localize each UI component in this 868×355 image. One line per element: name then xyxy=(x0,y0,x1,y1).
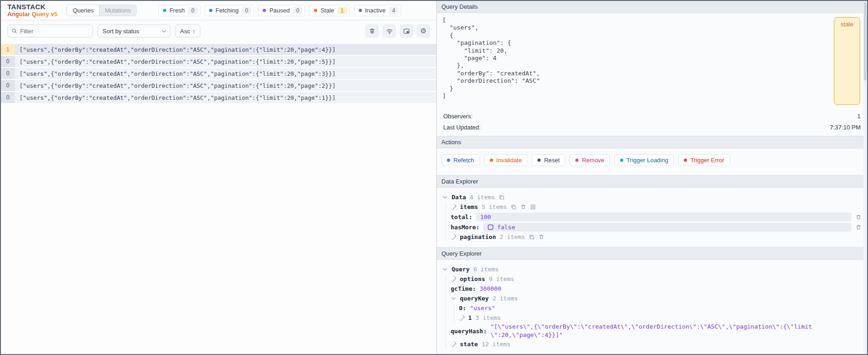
sort-select-value: Sort by status xyxy=(102,28,139,35)
data-children: items 5 items total: 100 hasMore: false xyxy=(446,202,862,242)
copy-icon[interactable] xyxy=(511,204,517,210)
list-icon[interactable] xyxy=(530,204,536,210)
paused-dot-icon xyxy=(263,9,266,12)
actions-header: Actions xyxy=(437,136,867,148)
trigger-loading-dot-icon xyxy=(620,159,623,162)
collapse-expander[interactable] xyxy=(451,298,456,299)
badge-fresh[interactable]: Fresh 0 xyxy=(158,5,200,16)
query-root-meta: 6 items xyxy=(473,266,499,273)
options-label: options xyxy=(460,275,485,282)
filter-input[interactable] xyxy=(20,28,89,35)
last-updated-label: Last Updated: xyxy=(443,123,481,132)
trigger-error-dot-icon xyxy=(684,159,687,162)
queryhash-label: queryHash: xyxy=(451,328,487,335)
observer-count-badge: 1 xyxy=(1,44,15,55)
total-value: 100 xyxy=(480,214,491,220)
scrollbar-thumb[interactable] xyxy=(864,2,867,80)
badge-paused[interactable]: Paused 0 xyxy=(258,5,305,16)
pagination-label: pagination xyxy=(460,233,496,240)
expand-expander[interactable] xyxy=(459,317,464,319)
hasmore-value-field[interactable]: false xyxy=(483,223,851,232)
expand-expander[interactable] xyxy=(451,206,456,208)
invalidate-dot-icon xyxy=(490,159,493,162)
chevron-right-icon xyxy=(451,204,457,210)
badge-stale-label: Stale xyxy=(320,7,334,14)
status-filter-badges: Fresh 0 Fetching 0 Paused 0 Stale 1 xyxy=(158,5,401,16)
expand-expander[interactable] xyxy=(451,278,456,281)
tab-queries[interactable]: Queries xyxy=(66,5,100,16)
devtools-header: TANSTACK Angular Query v5 Queries Mutati… xyxy=(1,1,436,20)
sort-order-button[interactable]: Asc ↑ xyxy=(175,24,200,37)
copy-icon[interactable] xyxy=(529,234,535,240)
observers-label: Observers: xyxy=(443,112,473,121)
remove-label: Remove xyxy=(582,157,604,164)
chevron-right-icon xyxy=(459,315,465,321)
trigger-loading-button[interactable]: Trigger Loading xyxy=(615,154,674,166)
key1-meta: 3 items xyxy=(476,314,501,321)
gctime-label: gcTime: xyxy=(451,285,476,292)
copy-icon[interactable] xyxy=(499,194,505,200)
expand-expander[interactable] xyxy=(451,236,456,239)
items-meta: 5 items xyxy=(482,203,507,210)
observer-count-badge: 0 xyxy=(1,68,15,79)
expand-expander[interactable] xyxy=(451,343,456,346)
options-row: options 9 items xyxy=(451,274,862,284)
query-key: ["users",{"orderBy":"createdAt","orderDi… xyxy=(15,68,340,79)
query-children: options 9 items gcTime: 300000 queryKey … xyxy=(446,274,862,349)
trigger-error-label: Trigger Error xyxy=(690,157,724,164)
observer-count-badge: 0 xyxy=(1,56,15,67)
refetch-button[interactable]: Refetch xyxy=(441,154,480,166)
reset-button[interactable]: Reset xyxy=(532,154,565,166)
query-row-selected[interactable]: 1 ["users",{"orderBy":"createdAt","order… xyxy=(1,44,436,56)
tab-mutations[interactable]: Mutations xyxy=(99,5,136,16)
data-root-row: Data 4 items xyxy=(442,192,862,202)
query-row[interactable]: 0 ["users",{"orderBy":"createdAt","order… xyxy=(1,92,436,104)
key1-row: 1 3 items xyxy=(459,313,862,323)
trigger-error-button[interactable]: Trigger Error xyxy=(678,154,729,166)
query-row[interactable]: 0 ["users",{"orderBy":"createdAt","order… xyxy=(1,56,436,68)
data-explorer-header: Data Explorer xyxy=(437,175,867,188)
badge-inactive-label: Inactive xyxy=(365,7,386,14)
querykey-row: queryKey 2 items xyxy=(451,294,862,303)
key0-row: 0: "users" xyxy=(459,303,862,313)
query-status-badge: stale xyxy=(834,17,860,105)
pip-mode-button[interactable] xyxy=(400,24,413,37)
options-meta: 9 items xyxy=(489,275,514,282)
invalidate-button[interactable]: Invalidate xyxy=(484,154,528,166)
query-row[interactable]: 0 ["users",{"orderBy":"createdAt","order… xyxy=(1,80,436,92)
badge-inactive-count: 4 xyxy=(389,7,398,14)
delete-item-icon[interactable] xyxy=(538,234,544,240)
filter-field[interactable] xyxy=(7,24,93,37)
collapse-expander[interactable] xyxy=(442,196,448,198)
hasmore-label: hasMore: xyxy=(451,224,480,231)
delete-field-icon[interactable] xyxy=(856,214,862,220)
actions-section: Refetch Invalidate Reset Remove Trigger … xyxy=(437,148,867,175)
observers-row: Observers: 1 xyxy=(442,111,862,122)
query-details-section: [ "users", { "pagination": { "limit": 20… xyxy=(437,13,867,136)
checkbox-unchecked-icon[interactable] xyxy=(488,224,494,230)
query-key: ["users",{"orderBy":"createdAt","orderDi… xyxy=(15,56,340,67)
offline-mode-button[interactable] xyxy=(383,24,396,37)
badge-fetching[interactable]: Fetching 0 xyxy=(205,5,254,16)
chevron-down-icon xyxy=(452,296,455,300)
remove-button[interactable]: Remove xyxy=(570,154,609,166)
sort-select[interactable]: Sort by status xyxy=(97,24,170,37)
total-value-field[interactable]: 100 xyxy=(476,213,851,221)
last-updated-row: Last Updated: 7:37:10 PM xyxy=(442,122,862,133)
delete-field-icon[interactable] xyxy=(856,224,862,230)
delete-item-icon[interactable] xyxy=(520,204,526,210)
gear-icon: ⚙ xyxy=(420,27,426,35)
scrollbar[interactable] xyxy=(863,1,867,354)
badge-fetching-label: Fetching xyxy=(216,7,239,14)
collapse-expander[interactable] xyxy=(442,269,448,270)
query-row[interactable]: 0 ["users",{"orderBy":"createdAt","order… xyxy=(1,68,436,80)
arrow-up-icon: ↑ xyxy=(193,28,196,35)
badge-stale[interactable]: Stale 1 xyxy=(309,5,350,16)
sort-order-label: Asc xyxy=(180,28,190,35)
search-icon xyxy=(12,28,17,34)
badge-inactive[interactable]: Inactive 4 xyxy=(354,5,402,16)
settings-button[interactable]: ⚙ xyxy=(417,24,430,37)
chevron-right-icon xyxy=(451,276,457,282)
clear-cache-button[interactable] xyxy=(366,24,379,37)
inactive-dot-icon xyxy=(359,9,362,12)
